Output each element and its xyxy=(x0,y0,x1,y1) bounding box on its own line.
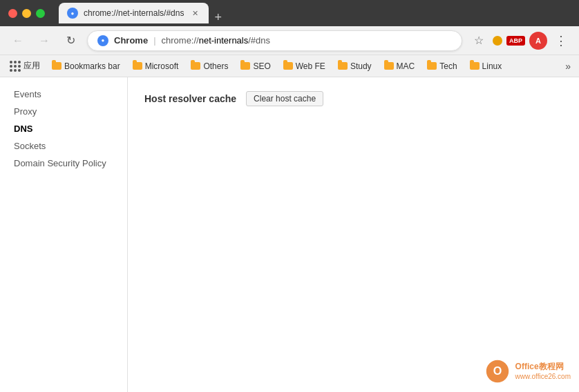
watermark-icon: O xyxy=(485,359,510,384)
bookmark-tech[interactable]: Tech xyxy=(422,59,462,73)
active-tab[interactable]: ● chrome://net-internals/#dns ✕ xyxy=(59,3,209,23)
content-area: Host resolver cache Clear host cache xyxy=(128,77,579,392)
bookmark-label: Tech xyxy=(439,61,457,71)
apps-label: 应用 xyxy=(23,60,40,72)
maximize-button[interactable] xyxy=(36,9,45,18)
apps-grid-icon xyxy=(10,61,21,72)
tab-close-button[interactable]: ✕ xyxy=(189,8,200,19)
bookmark-seo[interactable]: SEO xyxy=(236,59,275,73)
bookmark-label: Study xyxy=(350,61,372,71)
sidebar-item-sockets[interactable]: Sockets xyxy=(0,137,127,155)
bookmark-mac[interactable]: MAC xyxy=(379,59,420,73)
profile-avatar[interactable]: A xyxy=(529,32,547,50)
bookmark-label: Others xyxy=(203,61,228,71)
tab-favicon: ● xyxy=(67,8,78,19)
omnibox-separator: | xyxy=(153,35,155,46)
sidebar-item-dns[interactable]: DNS xyxy=(0,120,127,137)
adblock-extension[interactable]: ABP xyxy=(506,36,525,46)
sidebar-item-proxy[interactable]: Proxy xyxy=(0,103,127,120)
reload-button[interactable]: ↻ xyxy=(61,31,80,50)
folder-icon xyxy=(470,62,480,70)
address-bar: ← → ↻ ● Chrome | chrome://net-internals/… xyxy=(0,26,579,55)
bookmark-label: Web FE xyxy=(296,61,325,71)
watermark-text: Office教程网 www.office26.com xyxy=(515,361,571,382)
bookmark-label: Bookmarks bar xyxy=(64,61,120,71)
tab-title: chrome://net-internals/#dns xyxy=(84,8,184,18)
bookmark-microsoft[interactable]: Microsoft xyxy=(128,59,184,73)
clear-host-cache-button[interactable]: Clear host cache xyxy=(246,91,323,106)
bookmark-linux[interactable]: Linux xyxy=(465,59,507,73)
bookmark-bookmarks-bar[interactable]: Bookmarks bar xyxy=(47,59,125,73)
bookmarks-more-button[interactable]: » xyxy=(562,59,573,73)
omnibox[interactable]: ● Chrome | chrome://net-internals/#dns xyxy=(87,30,462,51)
watermark-site: Office教程网 xyxy=(515,361,571,373)
chrome-menu-button[interactable]: ⋮ xyxy=(551,31,571,50)
bookmarks-bar: 应用 Bookmarks bar Microsoft Others SEO We… xyxy=(0,55,579,77)
bookmark-label: MAC xyxy=(397,61,415,71)
folder-icon xyxy=(283,62,293,70)
back-button[interactable]: ← xyxy=(8,31,28,50)
apps-button[interactable]: 应用 xyxy=(6,58,44,74)
watermark-url: www.office26.com xyxy=(515,372,571,382)
traffic-lights xyxy=(8,9,45,18)
tab-area: ● chrome://net-internals/#dns ✕ + xyxy=(59,3,571,23)
sidebar-item-events[interactable]: Events xyxy=(0,86,127,103)
section-title: Host resolver cache xyxy=(144,93,236,104)
section-header: Host resolver cache Clear host cache xyxy=(144,91,562,106)
url-suffix: /#dns xyxy=(248,35,270,46)
omnibox-url: chrome://net-internals/#dns xyxy=(162,35,271,46)
omnibox-favicon: ● xyxy=(97,35,108,46)
title-bar: ● chrome://net-internals/#dns ✕ + xyxy=(0,0,579,26)
bookmark-others[interactable]: Others xyxy=(186,59,233,73)
folder-icon xyxy=(384,62,394,70)
new-tab-button[interactable]: + xyxy=(214,11,222,23)
bookmark-star-button[interactable]: ☆ xyxy=(469,31,488,50)
sidebar: Events Proxy DNS Sockets Domain Security… xyxy=(0,77,128,392)
omnibox-brand: Chrome xyxy=(114,35,148,46)
svg-text:O: O xyxy=(493,364,502,377)
extension-dot xyxy=(493,36,502,46)
forward-button[interactable]: → xyxy=(35,31,54,50)
url-prefix: chrome:// xyxy=(162,35,199,46)
main-content: Events Proxy DNS Sockets Domain Security… xyxy=(0,77,579,392)
folder-icon xyxy=(338,62,348,70)
folder-icon xyxy=(240,62,250,70)
bookmark-label: Microsoft xyxy=(145,61,179,71)
bookmark-label: SEO xyxy=(253,61,270,71)
sidebar-item-domain-security[interactable]: Domain Security Policy xyxy=(0,155,127,172)
folder-icon xyxy=(427,62,437,70)
folder-icon xyxy=(52,62,61,70)
url-highlight: net-internals xyxy=(199,35,249,46)
watermark: O Office教程网 www.office26.com xyxy=(485,359,571,384)
minimize-button[interactable] xyxy=(22,9,31,18)
folder-icon xyxy=(133,62,142,70)
bookmark-study[interactable]: Study xyxy=(333,59,377,73)
bookmark-webfe[interactable]: Web FE xyxy=(278,59,330,73)
bookmark-label: Linux xyxy=(482,61,502,71)
folder-icon xyxy=(191,62,200,70)
toolbar-right: ☆ ABP A ⋮ xyxy=(469,31,571,50)
close-button[interactable] xyxy=(8,9,17,18)
